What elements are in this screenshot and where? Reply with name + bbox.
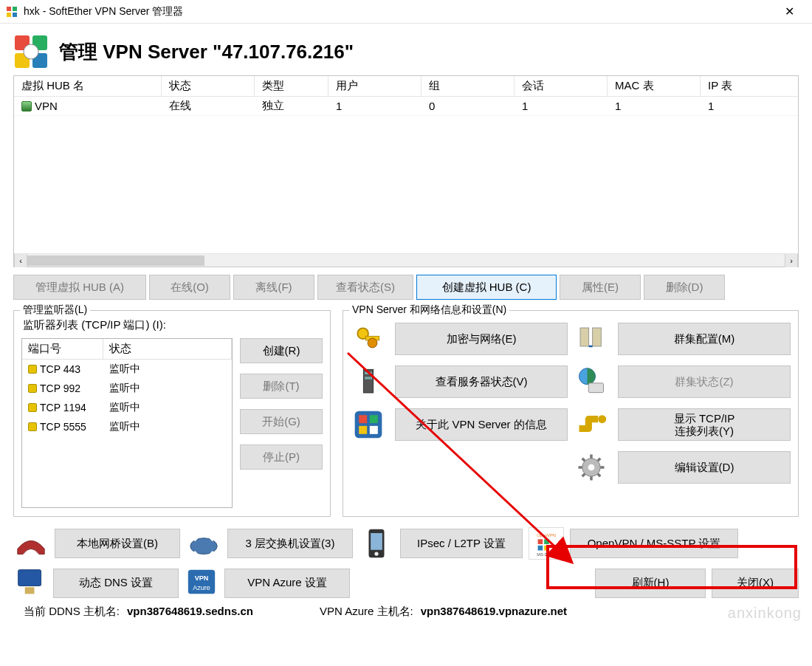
hub-row[interactable]: VPN 在线 独立 1 0 1 1 1 [14, 97, 798, 116]
cell-name: VPN [35, 100, 58, 112]
svg-rect-43 [538, 546, 543, 551]
cell-groups: 0 [422, 97, 515, 115]
listener-stop-button[interactable]: 停止(P) [240, 444, 323, 470]
listener-create-button[interactable]: 创建(R) [240, 338, 323, 363]
edit-config-button[interactable]: 编辑设置(D) [618, 451, 791, 484]
col-sessions[interactable]: 会话 [515, 76, 608, 96]
col-users[interactable]: 用户 [328, 76, 422, 96]
listener-col-port[interactable]: 端口号 [22, 339, 103, 359]
cell-type: 独立 [255, 97, 328, 116]
ddns-host-label: 当前 DDNS 主机名: [24, 605, 120, 619]
page-header: 管理 VPN Server "47.107.76.216" [13, 34, 799, 69]
ddns-button[interactable]: 动态 DNS 设置 [53, 569, 179, 598]
listener-row[interactable]: TCP 1194监听中 [22, 398, 232, 417]
listener-start-button[interactable]: 开始(G) [240, 409, 323, 434]
col-type[interactable]: 类型 [255, 76, 328, 96]
azure-host-label: VPN Azure 主机名: [320, 605, 413, 619]
svg-rect-21 [359, 415, 367, 423]
svg-text:Azure: Azure [193, 584, 210, 591]
server-status-button[interactable]: 查看服务器状态(V) [395, 365, 568, 398]
port-icon [28, 403, 37, 412]
offline-button[interactable]: 离线(F) [233, 275, 314, 300]
svg-point-39 [374, 552, 378, 555]
svg-rect-42 [544, 539, 549, 544]
port-text: TCP 443 [40, 363, 80, 375]
col-groups[interactable]: 组 [422, 76, 515, 96]
scroll-track[interactable] [204, 255, 785, 266]
listener-legend: 管理监听器(L) [20, 303, 90, 317]
delete-hub-button[interactable]: 删除(D) [644, 275, 725, 300]
svg-point-25 [598, 415, 606, 423]
col-hub-name[interactable]: 虚拟 HUB 名 [14, 76, 162, 96]
svg-text:MS-SSTP: MS-SSTP [537, 552, 555, 557]
phone-icon [359, 527, 394, 560]
svg-rect-44 [544, 546, 549, 551]
gear-icon [574, 450, 609, 485]
hub-icon [21, 101, 32, 111]
hub-table-hscroll[interactable]: ‹ › [14, 253, 798, 267]
listener-list-label: 监听器列表 (TCP/IP 端口) (I): [23, 318, 323, 332]
scroll-thumb[interactable] [27, 255, 204, 266]
create-hub-button[interactable]: 创建虚拟 HUB (C) [416, 275, 557, 300]
keys-icon [351, 321, 386, 357]
scroll-right-button[interactable]: › [785, 254, 798, 267]
col-status[interactable]: 状态 [162, 76, 255, 96]
l3-switch-button[interactable]: 3 层交换机设置(3) [227, 529, 353, 558]
server-icon [13, 34, 49, 69]
cell-ip: 1 [701, 97, 774, 115]
openvpn-sstp-button[interactable]: OpenVPN / MS-SSTP 设置 [570, 529, 738, 558]
listener-delete-button[interactable]: 删除(T) [240, 374, 323, 399]
close-button[interactable]: 关闭(X) [712, 569, 799, 598]
svg-rect-0 [7, 7, 11, 11]
svg-rect-47 [25, 587, 35, 594]
hub-table-header: 虚拟 HUB 名 状态 类型 用户 组 会话 MAC 表 IP 表 [14, 76, 798, 97]
hub-table[interactable]: 虚拟 HUB 名 状态 类型 用户 组 会话 MAC 表 IP 表 VPN 在线… [13, 75, 799, 267]
openvpn-sstp-icon: OpenVPNMS-SSTP [529, 527, 564, 560]
listener-row[interactable]: TCP 992监听中 [22, 379, 232, 398]
svg-rect-1 [13, 7, 17, 11]
svg-line-35 [598, 459, 601, 461]
ipsec-l2tp-button[interactable]: IPsec / L2TP 设置 [400, 529, 523, 558]
listener-list[interactable]: 端口号 状态 TCP 443监听中 TCP 992监听中 TCP 1194监听中… [21, 338, 233, 508]
about-server-button[interactable]: 关于此 VPN Server 的信息 [395, 408, 568, 441]
local-bridge-button[interactable]: 本地网桥设置(B) [55, 529, 180, 558]
cell-sessions: 1 [515, 97, 608, 115]
col-ip[interactable]: IP 表 [701, 76, 774, 96]
azure-host-value: vpn387648619.vpnazure.net [421, 605, 567, 617]
svg-rect-46 [18, 570, 41, 586]
properties-button[interactable]: 属性(E) [560, 275, 641, 300]
tcpip-connections-button[interactable]: 显示 TCP/IP 连接列表(Y) [618, 408, 791, 441]
listener-row[interactable]: TCP 5555监听中 [22, 417, 232, 436]
cluster-config-button[interactable]: 群集配置(M) [618, 323, 791, 355]
azure-settings-button[interactable]: VPN Azure 设置 [224, 569, 350, 598]
port-status: 监听中 [103, 420, 232, 433]
tower-icon [351, 364, 386, 399]
manage-hub-button[interactable]: 管理虚拟 HUB (A) [13, 275, 146, 300]
svg-rect-16 [365, 372, 372, 374]
svg-rect-2 [7, 13, 11, 17]
view-status-button[interactable]: 查看状态(S) [317, 275, 413, 300]
port-status: 监听中 [103, 363, 232, 376]
svg-rect-41 [538, 539, 543, 544]
page-title: 管理 VPN Server "47.107.76.216" [59, 39, 354, 65]
encryption-network-button[interactable]: 加密与网络(E) [395, 323, 568, 355]
app-icon [6, 6, 18, 18]
svg-rect-22 [370, 415, 378, 423]
router-icon [186, 527, 221, 560]
port-status: 监听中 [103, 382, 232, 395]
cluster-status-button[interactable]: 群集状态(Z) [618, 365, 791, 398]
svg-rect-13 [593, 328, 602, 346]
svg-rect-23 [359, 426, 367, 434]
cell-status: 在线 [162, 97, 255, 116]
svg-rect-24 [370, 426, 378, 434]
window-close-button[interactable]: ✕ [772, 4, 806, 18]
svg-rect-17 [365, 377, 372, 379]
refresh-button[interactable]: 刷新(H) [595, 569, 706, 598]
svg-line-33 [598, 474, 601, 477]
online-button[interactable]: 在线(O) [149, 275, 230, 300]
col-mac[interactable]: MAC 表 [608, 76, 701, 96]
bottom-row-2: 动态 DNS 设置 VPNAzure VPN Azure 设置 刷新(H) 关闭… [13, 567, 799, 599]
listener-row[interactable]: TCP 443监听中 [22, 360, 232, 379]
listener-col-status[interactable]: 状态 [103, 339, 232, 359]
scroll-left-button[interactable]: ‹ [14, 254, 27, 267]
